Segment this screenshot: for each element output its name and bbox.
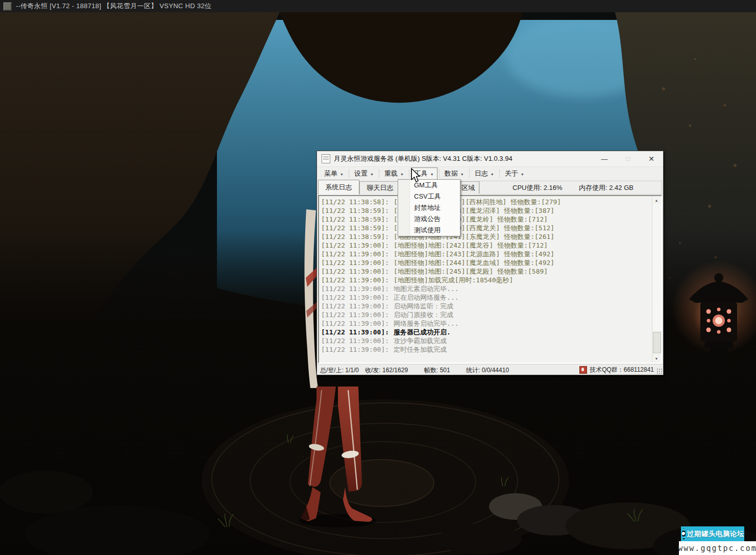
minimize-button[interactable]: — — [593, 151, 616, 166]
chevron-down-icon: ▼ — [400, 173, 404, 176]
vertical-scrollbar[interactable]: ▲ ▼ — [652, 196, 661, 363]
scrollbar-thumb[interactable] — [653, 332, 661, 353]
mouse-cursor — [411, 168, 421, 185]
scroll-down-icon[interactable]: ▼ — [652, 354, 661, 363]
menu-item-menu[interactable]: 菜单 ▼ — [321, 167, 347, 180]
game-title-bar: --传奇永恒 [V1.72 - 188718] 【风花雪月一区】 VSYNC H… — [0, 0, 756, 12]
forum-logo-icon — [682, 528, 686, 540]
menu-separator — [409, 170, 409, 178]
menu-label: 设置 — [354, 169, 368, 178]
chevron-down-icon: ▼ — [430, 173, 434, 176]
menu-bar: 菜单 ▼ 设置 ▼ 重载 ▼ 工具 ▼ 数据 ▼ 日志 ▼ 关于 — [317, 166, 663, 180]
menu-separator — [469, 170, 470, 178]
status-stats: 统计: 0/0/44410 — [466, 366, 509, 375]
status-net: 收/发: 162/1629 — [365, 366, 408, 375]
log-line: [11/22 11:39:00]:[地图怪物]加载完成[用时:18540毫秒] — [321, 276, 651, 284]
window-title-bar[interactable]: 月灵永恒游戏服务器 (单机版) S版本: V4.31 C版本: V1.0.3.9… — [317, 151, 663, 166]
log-line: [11/22 11:39:00]:[地图怪物]地图:[245][魔龙殿] 怪物数… — [321, 267, 651, 276]
menu-label: 数据 — [445, 169, 458, 178]
log-line: [11/22 11:39:00]:网络服务启动完毕... — [321, 319, 651, 328]
tab-chat-log[interactable]: 聊天日志 — [359, 181, 401, 194]
menu-label: 日志 — [475, 169, 488, 178]
resource-stats-panel: CPU使用: 2.16% 内存使用: 2.42 GB — [479, 181, 662, 195]
status-totals: 总/登/上: 1/1/0 — [320, 366, 359, 375]
log-line: [11/22 11:39:00]:[地图怪物]地图:[243][龙源血路] 怪物… — [321, 250, 651, 258]
log-lines: [11/22 11:38:58]:[地图怪物]地图:[237][西林间胜地] 怪… — [321, 198, 651, 363]
dropdown-item-gm-tools[interactable]: GM工具 — [398, 180, 460, 191]
tools-dropdown-menu: GM工具 CSV工具 封禁地址 游戏公告 测试使用 — [398, 179, 460, 236]
status-qq-group: 技术QQ群：668112841 — [590, 366, 654, 374]
game-title-text: --传奇永恒 [V1.72 - 188718] 【风花雪月一区】 VSYNC H… — [16, 2, 211, 11]
qq-icon — [579, 366, 587, 374]
window-title: 月灵永恒游戏服务器 (单机版) S版本: V4.31 C版本: V1.0.3.9… — [334, 154, 513, 163]
log-line: [11/22 11:39:00]:[地图怪物]地图:[242][魔龙谷] 怪物数… — [321, 241, 651, 250]
log-line: [11/22 11:38:58]:[地图怪物]地图:[237][西林间胜地] 怪… — [321, 198, 651, 206]
menu-item-about[interactable]: 关于 ▼ — [501, 167, 528, 180]
chevron-down-icon: ▼ — [460, 173, 464, 176]
tab-system-log[interactable]: 系统日志 — [318, 180, 359, 195]
menu-item-settings[interactable]: 设置 ▼ — [351, 167, 377, 180]
log-line: [11/22 11:38:59]:[地图怪物]地图:[238][魔龙沼泽] 怪物… — [321, 206, 651, 215]
menu-item-reload[interactable]: 重载 ▼ — [381, 167, 407, 180]
menu-separator — [379, 170, 379, 178]
chevron-down-icon: ▼ — [521, 173, 524, 176]
log-line: [11/22 11:39:00]:[地图怪物]地图:[244][魔龙血域] 怪物… — [321, 258, 651, 267]
status-bar: 总/登/上: 1/1/0 收/发: 162/1629 帧数: 501 统计: 0… — [317, 364, 663, 375]
menu-item-logs[interactable]: 日志 ▼ — [471, 167, 498, 180]
tab-bar: 系统日志 聊天日志 区域 CPU使用: 2.16% 内存使用: 2.42 GB — [317, 180, 663, 195]
log-line: [11/22 11:38:59]:[地图怪物]地图:[241][东魔龙关] 怪物… — [321, 232, 651, 241]
close-button[interactable]: ✕ — [640, 151, 663, 166]
menu-label: 重载 — [384, 169, 398, 178]
resize-grip[interactable] — [656, 368, 663, 374]
forum-name: 过期罐头电脑论坛 — [687, 529, 744, 539]
log-line: [11/22 11:39:00]:正在启动网络服务... — [321, 293, 651, 302]
menu-separator — [349, 170, 349, 178]
menu-separator — [439, 170, 440, 178]
log-line: [11/22 11:39:00]:启动门票接收：完成 — [321, 310, 651, 319]
log-line: [11/22 11:38:59]:[地图怪物]地图:[239][魔龙岭] 怪物数… — [321, 215, 651, 224]
scroll-up-icon[interactable]: ▲ — [652, 196, 661, 204]
dropdown-item-ban-address[interactable]: 封禁地址 — [398, 202, 460, 213]
forum-url-strip: www.gqgtpc.com — [679, 541, 756, 555]
dropdown-item-game-notice[interactable]: 游戏公告 — [398, 213, 460, 225]
log-line: [11/22 11:38:59]:[地图怪物]地图:[240][西魔龙关] 怪物… — [321, 224, 651, 232]
memory-usage: 内存使用: 2.42 GB — [579, 183, 633, 192]
window-icon — [322, 154, 330, 163]
menu-separator — [499, 170, 500, 178]
system-log-view: [11/22 11:38:58]:[地图怪物]地图:[237][西林间胜地] 怪… — [318, 195, 662, 364]
game-app-icon — [3, 2, 12, 11]
chevron-down-icon: ▼ — [491, 173, 494, 176]
chevron-down-icon: ▼ — [370, 173, 374, 176]
maximize-button[interactable]: □ — [616, 151, 640, 166]
dropdown-item-test-use[interactable]: 测试使用 — [398, 225, 460, 236]
log-line-server-started: [11/22 11:39:00]:服务器已成功开启. — [321, 328, 651, 336]
chevron-down-icon: ▼ — [340, 173, 344, 176]
dropdown-item-csv-tools[interactable]: CSV工具 — [398, 191, 460, 202]
log-line: [11/22 11:39:00]:攻沙争霸加载完成 — [321, 336, 651, 345]
menu-label: 关于 — [505, 169, 518, 178]
forum-url: www.gqgtpc.com — [678, 544, 756, 553]
log-line: [11/22 11:39:00]:定时任务加载完成 — [321, 345, 651, 354]
forum-watermark: 过期罐头电脑论坛 — [681, 526, 744, 541]
menu-label: 菜单 — [324, 169, 337, 178]
cpu-usage: CPU使用: 2.16% — [513, 183, 563, 192]
menu-item-data[interactable]: 数据 ▼ — [441, 167, 468, 180]
log-line: [11/22 11:39:00]:地图元素启动完毕... — [321, 284, 651, 293]
log-line: [11/22 11:39:00]:启动网络监听：完成 — [321, 302, 651, 310]
status-fps: 帧数: 501 — [424, 366, 450, 375]
server-window: 月灵永恒游戏服务器 (单机版) S版本: V4.31 C版本: V1.0.3.9… — [316, 151, 664, 375]
